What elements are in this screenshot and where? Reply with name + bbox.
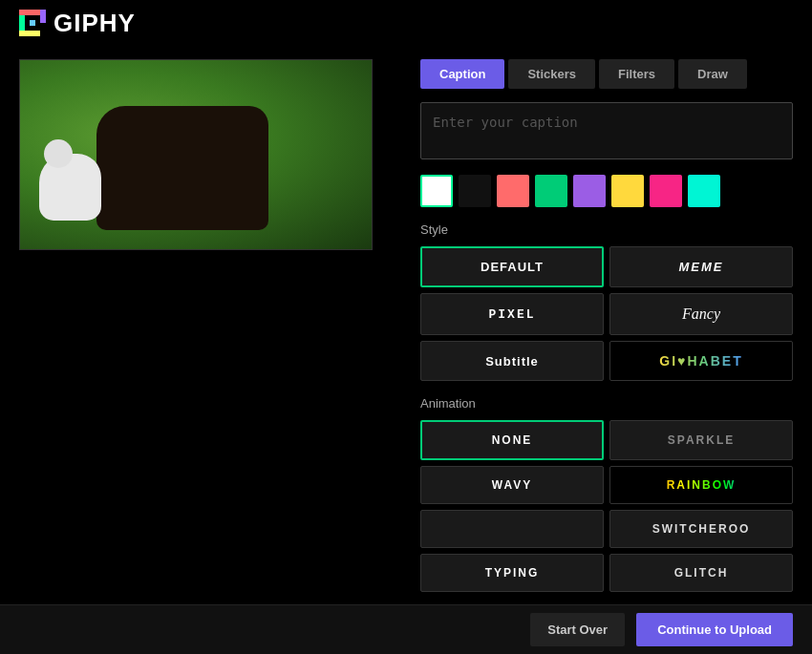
main-content: Caption Stickers Filters Draw Style DEFA…	[0, 46, 812, 604]
anim-btn-typing[interactable]: TYPING	[420, 554, 604, 592]
footer: Start Over Continue to Upload	[0, 604, 812, 654]
color-swatch-pink[interactable]	[650, 175, 682, 207]
svg-rect-4	[30, 20, 35, 26]
style-btn-default[interactable]: DEFAULT	[420, 246, 604, 287]
svg-rect-3	[19, 31, 40, 36]
anim-btn-none[interactable]: NONE	[420, 420, 604, 460]
color-swatch-salmon[interactable]	[497, 175, 529, 207]
header: GIPHY	[0, 0, 812, 46]
tab-caption[interactable]: Caption	[420, 59, 504, 89]
animation-section: Animation NONE SPARKLE WAVY RAINBOW SWIT…	[420, 396, 793, 592]
preview-lamb-head	[44, 139, 73, 168]
style-btn-pixel[interactable]: PIXEL	[420, 293, 604, 335]
style-btn-fancy[interactable]: Fancy	[609, 293, 793, 335]
start-over-button[interactable]: Start Over	[530, 613, 625, 646]
style-btn-giphabet[interactable]: GI♥HABET	[609, 341, 793, 381]
style-grid: DEFAULT MEME PIXEL Fancy Subtitle GI♥HAB…	[420, 246, 793, 381]
tab-bar: Caption Stickers Filters Draw	[420, 59, 793, 89]
right-panel: Caption Stickers Filters Draw Style DEFA…	[420, 46, 793, 604]
caption-input[interactable]	[420, 102, 793, 159]
anim-btn-switcheroo[interactable]: SWITCHEROO	[609, 510, 793, 548]
app-title: GIPHY	[53, 9, 136, 38]
svg-rect-2	[40, 10, 46, 23]
style-section: Style DEFAULT MEME PIXEL Fancy Subtitle …	[420, 222, 793, 381]
color-swatch-purple[interactable]	[573, 175, 606, 207]
color-swatch-white[interactable]	[420, 175, 453, 207]
style-section-label: Style	[420, 222, 793, 237]
tab-filters[interactable]: Filters	[599, 59, 674, 89]
anim-btn-glitch[interactable]: GLITCH	[609, 554, 793, 592]
color-swatch-cyan[interactable]	[688, 175, 720, 207]
tab-stickers[interactable]: Stickers	[508, 59, 595, 89]
tab-draw[interactable]: Draw	[678, 59, 747, 89]
giphy-logo-icon	[19, 10, 46, 36]
color-swatches	[420, 175, 793, 207]
color-swatch-yellow[interactable]	[611, 175, 644, 207]
anim-btn-rainbow[interactable]: RAINBOW	[609, 466, 793, 504]
image-panel	[19, 46, 401, 604]
anim-btn-sparkle[interactable]: SPARKLE	[609, 420, 793, 460]
preview-figure	[96, 106, 268, 230]
style-btn-meme[interactable]: MEME	[609, 246, 793, 287]
continue-button[interactable]: Continue to Upload	[636, 613, 793, 646]
gif-preview	[19, 59, 373, 250]
animation-section-label: Animation	[420, 396, 793, 411]
animation-grid: NONE SPARKLE WAVY RAINBOW SWITCHEROO TYP…	[420, 420, 793, 592]
preview-lamb	[39, 154, 101, 221]
anim-btn-wavy[interactable]: WAVY	[420, 466, 604, 504]
anim-btn-empty[interactable]	[420, 510, 604, 548]
color-swatch-black[interactable]	[459, 175, 491, 207]
color-swatch-green[interactable]	[535, 175, 567, 207]
style-btn-subtitle[interactable]: Subtitle	[420, 341, 604, 381]
